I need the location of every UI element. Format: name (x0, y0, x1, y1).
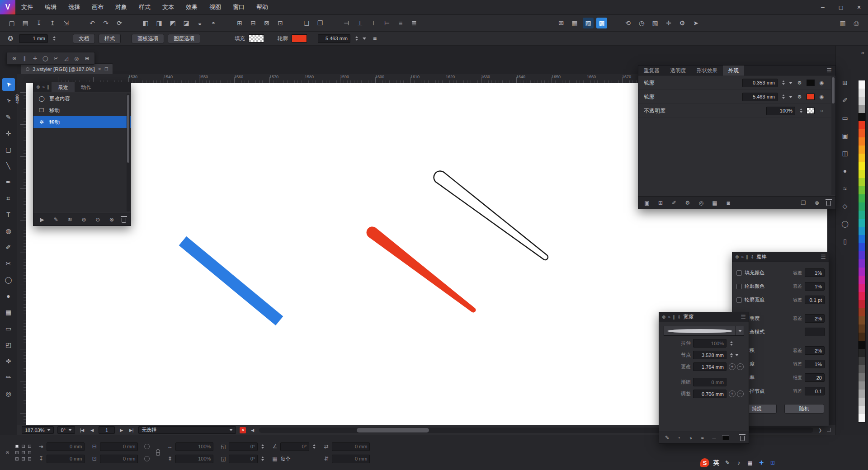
visibility-eye-icon[interactable]: ◉ (818, 93, 826, 101)
change-width-input[interactable]: 1.764 mm (693, 362, 726, 371)
increase-button[interactable]: + (729, 390, 736, 397)
node-mode-icon[interactable]: ◔ (675, 434, 683, 442)
palette-swatch[interactable] (859, 414, 865, 422)
menubar-item[interactable]: 视图 (203, 0, 227, 14)
cancel-icon[interactable]: ⊗ (108, 216, 116, 224)
outlined-tapered-stroke-shape[interactable] (434, 171, 548, 260)
path-add-button[interactable]: ⊞ (234, 18, 245, 28)
unit-size-input[interactable]: 1 mm (19, 34, 48, 43)
open-document-button[interactable]: ▤ (20, 18, 31, 28)
grid-tool[interactable]: ▦ (2, 306, 15, 319)
repeat-button[interactable]: ⟳ (114, 18, 125, 28)
shear-tool-icon[interactable]: ◿ (62, 55, 70, 62)
palette-swatch[interactable] (859, 398, 865, 406)
row-checkbox[interactable] (736, 284, 742, 289)
distribute-horizontal-button[interactable]: ≡ (395, 18, 406, 28)
rotation-stepper[interactable] (260, 456, 265, 461)
stroke-width-value-input[interactable]: 0.353 mm (742, 79, 778, 87)
shape-divide-button[interactable]: ◒ (194, 18, 205, 28)
width-input[interactable]: 0 mm (100, 442, 138, 451)
text-tool[interactable]: T (2, 208, 15, 221)
panels-page-icon[interactable]: ▯ (840, 236, 850, 247)
palette-swatch[interactable] (859, 137, 865, 146)
menubar-item[interactable]: 画布 (86, 0, 109, 14)
scale-y-input[interactable]: 100% (175, 455, 213, 463)
delete-icon[interactable] (826, 201, 831, 206)
palette-swatch[interactable] (859, 268, 865, 276)
value-stepper[interactable] (798, 108, 803, 113)
mesh-tool[interactable]: ⌗ (2, 192, 15, 205)
ime-language-indicator[interactable]: 英 (713, 459, 719, 467)
blue-stroke-shape[interactable] (183, 241, 279, 321)
panel-menu-icon[interactable]: ☰ (826, 67, 832, 74)
palette-swatch[interactable] (859, 324, 865, 333)
appearance-tab[interactable]: 形状效果 (691, 66, 723, 75)
panel-menu-icon[interactable]: ☰ (821, 254, 826, 260)
history-scrollbar[interactable] (127, 94, 130, 212)
menubar-item[interactable]: 效果 (180, 0, 203, 14)
add-icon[interactable]: ⊕ (80, 216, 88, 224)
decrease-button[interactable]: − (737, 363, 744, 370)
node-width-input[interactable]: 3.528 mm (693, 351, 726, 359)
palette-swatch[interactable] (859, 292, 865, 300)
appearance-panel-header[interactable]: 重复器透明度形状效果外观 ☰ (638, 66, 835, 75)
stroke-options-icon[interactable]: ≡ (370, 33, 380, 43)
rotation-select[interactable]: 0° (57, 426, 75, 434)
prev-page-button[interactable]: ◀ (89, 428, 95, 432)
palette-swatch[interactable] (859, 276, 865, 284)
transform-tool[interactable]: ✛ (2, 127, 15, 140)
pattern-view-button[interactable]: ▩ (596, 18, 607, 28)
palette-swatch[interactable] (859, 146, 865, 154)
close-button[interactable]: ✕ (850, 0, 868, 14)
zoom-tool[interactable]: ◎ (2, 387, 15, 400)
pencil-tool[interactable]: ✏ (2, 371, 15, 384)
menubar-item[interactable]: 文件 (15, 0, 39, 14)
marquee-tool[interactable]: ▢ (2, 143, 15, 156)
scrollbar-thumb[interactable] (832, 77, 835, 103)
skew-input[interactable]: 0° (280, 442, 309, 451)
shape-union-button[interactable]: ◧ (140, 18, 151, 28)
zoom-level-select[interactable]: 187.03% (22, 426, 54, 434)
grid-add-icon[interactable]: ▦ (711, 199, 719, 207)
panel-menu-icon[interactable]: ☰ (741, 314, 746, 320)
palette-swatch[interactable] (859, 154, 865, 162)
x-position-input[interactable]: 0 mm (47, 442, 85, 451)
document-settings-button[interactable]: 文档 (73, 34, 95, 43)
magic-wand-panel-header[interactable]: ⊗ » ∥ ⇕ 魔棒 ☰ (732, 252, 829, 262)
slice-button[interactable]: ▧ (650, 18, 660, 28)
maximize-button[interactable]: ▢ (832, 0, 850, 14)
panel-chevrons-icon[interactable]: » (668, 315, 670, 320)
panel-close-icon[interactable]: ⊗ (662, 315, 665, 320)
width-profile-caret[interactable] (736, 326, 744, 335)
palette-swatch[interactable] (859, 381, 865, 390)
target-icon[interactable]: ◎ (697, 199, 705, 207)
palette-swatch[interactable] (859, 357, 865, 365)
ellipse-tool[interactable]: ◯ (2, 273, 15, 286)
node-stepper[interactable] (729, 353, 734, 357)
selection-status-select[interactable]: 无选择 (138, 426, 236, 434)
new-style-icon[interactable]: ▣ (643, 199, 651, 207)
tab-float-icon[interactable]: ❐ (104, 67, 108, 71)
menubar-item[interactable]: 窗口 (227, 0, 250, 14)
increase-button[interactable]: + (729, 363, 736, 370)
shape-outline-button[interactable]: ◓ (208, 18, 219, 28)
line-mode-icon[interactable]: ─ (710, 434, 718, 442)
edit-icon[interactable]: ✎ (52, 216, 60, 224)
palette-swatch[interactable] (859, 300, 865, 308)
visibility-eye-icon[interactable]: ◉ (818, 79, 826, 87)
palette-swatch[interactable] (859, 97, 865, 105)
width-preview-swatch[interactable] (722, 435, 729, 440)
stretch-input[interactable]: 100% (693, 339, 726, 348)
panels-shape-icon[interactable]: ◇ (840, 201, 850, 212)
stretch-stepper[interactable] (729, 341, 734, 346)
document-tab[interactable]: 3.vstyler [RGB] [@187.0%] ✕ ❐ (21, 63, 113, 74)
remove-icon[interactable]: ⊗ (813, 199, 821, 207)
tolerance-input[interactable]: 1% (805, 360, 825, 368)
rotate-view-button[interactable]: ⟲ (623, 18, 633, 28)
dropdown-caret[interactable] (789, 82, 793, 84)
palette-swatch[interactable] (859, 80, 865, 89)
palette-swatch[interactable] (859, 162, 865, 170)
rotation-stepper[interactable] (260, 444, 265, 449)
gear-icon[interactable]: ⚙ (684, 199, 692, 207)
tolerance-input[interactable]: 1% (805, 282, 825, 291)
